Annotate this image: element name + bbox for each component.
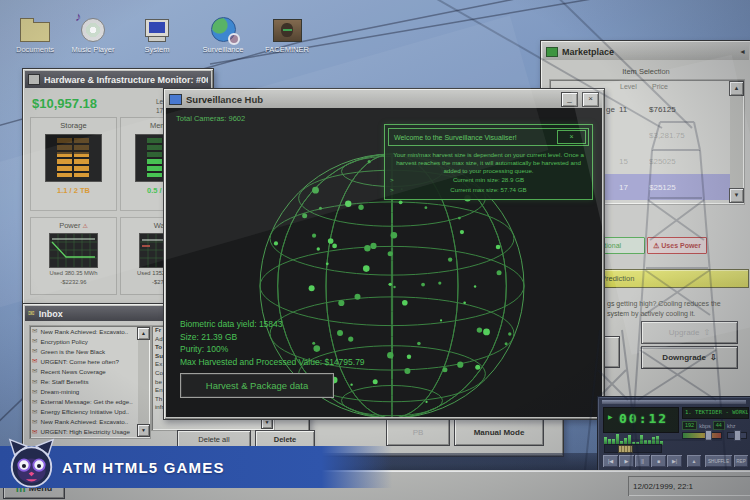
volume-slider[interactable] [682,432,722,439]
window-title: Hardware & Infrastructure Monitor: #068 [44,75,208,85]
window-title: Marketplace [562,47,735,57]
player-titlebar[interactable] [602,400,746,404]
prompt-chevron: > [390,176,394,184]
desktop-icon-music-player[interactable]: Music Player [64,12,122,54]
surveillance-titlebar[interactable]: Surveillance Hub _ × [166,91,602,108]
play-button[interactable]: ▶ [618,454,635,468]
dialog-close-icon[interactable]: × [557,130,586,144]
mail-icon: ✉ [32,398,37,406]
minimize-icon[interactable]: _ [561,92,578,107]
samplerate-value: 44 [713,421,725,430]
music-player: ▶ 00:12 1. TEKTIDER - WORKLIFE (3:4 192 … [597,396,750,472]
mail-icon: ✉ [28,309,35,318]
atm-games-banner[interactable]: ATM HTML5 GAMES [0,446,392,488]
mail-icon-urgent: ✉ [32,428,37,436]
computer-icon [145,19,169,37]
globe-magnifier-icon [211,17,236,42]
scroll-down-icon[interactable]: ▼ [729,188,744,203]
inbox-item-urgent[interactable]: ✉URGENT: Come here often? [30,356,150,366]
inbox-item[interactable]: ✉Dream-mining [30,387,150,397]
taskbar-clock: 12/02/1999, 22:1 [628,476,750,496]
desktop-icon-system[interactable]: System [128,12,186,54]
inbox-item[interactable]: ✉Green is the New Black [30,346,150,356]
mail-icon: ✉ [32,388,37,396]
mail-icon: ✉ [32,418,37,426]
previous-button[interactable]: |◀ [602,454,619,468]
harvest-value: Max Harvested and Processed Value: $1479… [180,356,365,369]
power-used: Used 380.35 MWh [31,270,116,276]
upgrade-arrow-icon: ⇧ [703,328,710,337]
collapse-icon[interactable]: ◄ [739,48,746,55]
harvest-package-button[interactable]: Harvest & Package data [180,373,334,398]
storage-value: 1.1 / 2 TB [31,186,116,195]
downgrade-arrow-icon: ⇩ [710,353,717,362]
surveillance-hub-window: Surveillance Hub _ × Total Cameras: 9602… [163,88,605,420]
inbox-item[interactable]: ✉New Rank Achieved: Excavato.. [30,326,150,336]
scroll-up-icon[interactable]: ▲ [729,81,744,96]
listbox-scrollbar[interactable]: ▲ ▼ [730,81,743,203]
repeat-button[interactable]: REP [733,454,749,468]
desktop-icon-surveillance[interactable]: Surveillance [194,12,252,54]
shuffle-button[interactable]: SHUFFLE [704,454,733,468]
total-cameras: Total Cameras: 9602 [176,114,245,123]
power-graph [49,233,98,268]
surveillance-window-icon [169,94,182,105]
seek-slider[interactable] [604,444,662,453]
inbox-item[interactable]: ✉Re: Staff Benefits [30,376,150,386]
downgrade-button[interactable]: Downgrade ⇩ [641,346,738,369]
next-button[interactable]: ▶| [666,454,683,468]
power-label: Power [59,221,80,230]
inbox-list-scrollbar[interactable]: ▲ ▼ [138,327,149,437]
max-size: Current max size: 57.74 GB [450,186,526,193]
marketplace-titlebar[interactable]: Marketplace ◄ [543,43,749,60]
uses-power-status-button[interactable]: ⚠ Uses Power [647,237,707,254]
inbox-item[interactable]: ✉Energy Efficiency Initiative Upd.. [30,407,150,417]
stop-button[interactable]: ■ [650,454,667,468]
desktop-icon-faceminer[interactable]: FACEMINER [258,12,316,54]
storage-gauge [45,134,102,182]
inbox-item[interactable]: ✉New Rank Achieved: Excavato.. [30,417,150,427]
icon-label: System [128,45,186,54]
manual-mode-button[interactable]: Manual Mode [454,418,544,446]
pause-button[interactable]: || [634,454,651,468]
close-icon[interactable]: × [582,92,599,107]
mail-icon: ✉ [32,337,37,345]
hardware-monitor-titlebar[interactable]: Hardware & Infrastructure Monitor: #068 [25,71,211,88]
icon-label: Music Player [64,45,122,54]
power-panel: Power ⚠ Used 380.35 MWh -$2232.96 [30,217,117,295]
mail-icon: ✉ [32,327,37,335]
desktop-screen: Documents Music Player System Surveillan… [0,0,750,500]
scroll-down-icon[interactable]: ▼ [137,424,150,437]
window-title: Surveillance Hub [186,94,557,105]
biometric-yield: Biometric data yield: 15843 [180,318,365,331]
inbox-item[interactable]: ✉Recent News Coverage [30,366,150,376]
power-cost: -$2232.96 [31,279,116,285]
mail-icon: ✉ [32,367,37,375]
inbox-item[interactable]: ✉Encryption Policy [30,336,150,346]
mail-icon: ✉ [32,378,37,386]
eject-button[interactable]: ▲ [686,454,702,468]
storage-panel: Storage 1.1 / 2 TB [30,117,117,211]
player-lcd: ▶ 00:12 [603,407,679,433]
scroll-up-icon[interactable]: ▲ [137,327,150,340]
item-selection-label: Item Selection [541,67,750,76]
bitrate-value: 192 [682,421,697,430]
upgrade-button[interactable]: Upgrade ⇧ [641,321,738,344]
face-image-icon [273,19,302,42]
marketplace-window-icon [546,47,558,57]
inbox-item-urgent[interactable]: ✉URGENT: High Electricity Usage [30,427,150,437]
samplerate-label: khz [727,423,736,429]
inbox-item[interactable]: ✉External Message: Get the edge.. [30,397,150,407]
disabled-mode-button[interactable]: PB [386,418,450,446]
price-column-header: Price [652,83,668,90]
desktop-icon-documents[interactable]: Documents [6,12,64,54]
balance-amount: $10,957.18 [32,96,97,111]
balance-slider[interactable] [727,432,747,439]
power-warning-icon: ⚠ [82,223,87,229]
prompt-chevron: > [390,186,394,194]
play-status-icon: ▶ [608,413,613,420]
mail-icon-urgent: ✉ [32,357,37,365]
folder-icon [20,22,50,42]
bitrate-label: kbps [699,423,711,429]
harvest-purity: Purity: 100% [180,343,365,356]
